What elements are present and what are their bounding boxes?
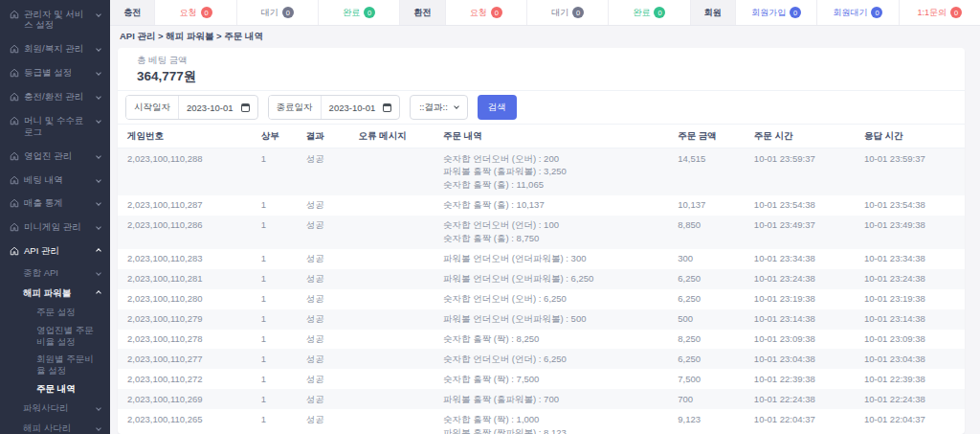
order-row: 2,023,100,110,280 1 성공 숫자합 언더오버 (오버) : 6… — [118, 289, 965, 309]
order-detail-line: 숫자합 홀짝 (홀) : 8,750 — [443, 232, 658, 245]
column-header: 결과 — [297, 125, 349, 148]
tab-요청[interactable]: 요청 0 — [446, 0, 527, 25]
sidebar-item-베팅-내역[interactable]: 베팅 내역 — [0, 168, 110, 192]
count-badge: 0 — [491, 7, 502, 18]
result-select[interactable]: ::결과:: — [410, 95, 468, 120]
count-badge: 0 — [282, 7, 294, 18]
sidebar-item-주문-설정[interactable]: 주문 설정 — [0, 303, 110, 321]
tab-완료[interactable]: 완료 0 — [319, 0, 400, 25]
cell-order-time: 10-01 22:04:37 — [745, 409, 855, 434]
calendar-icon[interactable] — [241, 103, 250, 112]
cell-response-time: 10-01 22:24:38 — [855, 389, 965, 409]
cell-order-detail: 파워볼 언더오버 (오버파워볼) : 500 — [434, 309, 668, 330]
tab-1:1문의[interactable]: 1:1문의 0 — [900, 0, 980, 25]
order-detail-line: 숫자합 언더오버 (언더) : 6,250 — [443, 353, 658, 366]
order-detail-line: 숫자합 홀짝 (홀) : 11,065 — [443, 178, 658, 192]
sidebar-item-머니-및-수수료-로그[interactable]: 머니 및 수수료 로그 — [0, 108, 110, 144]
cell-game-no: 2,023,100,110,265 — [118, 409, 252, 434]
tab-회원대기[interactable]: 회원대기 0 — [817, 0, 899, 25]
main-area: 충전 요청 0 대기 0 완료 0 환전 요청 0 대기 0 완료 0 회원 회… — [110, 0, 980, 434]
calendar-icon[interactable] — [383, 103, 391, 112]
cell-response-time: 10-01 23:14:38 — [855, 309, 965, 330]
count-badge: 0 — [871, 7, 882, 18]
cell-error-message — [349, 249, 434, 269]
chevron-down-icon — [96, 425, 101, 431]
cell-result: 성공 — [297, 309, 349, 330]
search-button[interactable]: 검색 — [478, 95, 517, 120]
sidebar-menu-item-label: 종합 API — [23, 267, 58, 279]
cell-order-time: 10-01 23:04:38 — [745, 349, 855, 369]
cell-result: 성공 — [297, 269, 349, 289]
order-row: 2,023,100,110,278 1 성공 숫자합 홀짝 (짝) : 8,25… — [118, 330, 965, 350]
cell-result: 성공 — [297, 216, 349, 249]
cell-game-no: 2,023,100,110,287 — [118, 195, 252, 216]
count-badge: 0 — [654, 7, 665, 18]
cell-upper: 1 — [252, 249, 297, 269]
top-tab-label: 환전 — [414, 7, 432, 19]
cell-error-message — [349, 269, 434, 289]
tab-환전[interactable]: 환전 — [400, 0, 445, 25]
tab-대기[interactable]: 대기 0 — [527, 0, 609, 25]
cell-order-amount: 8,250 — [668, 330, 745, 350]
cell-order-time: 10-01 22:24:38 — [745, 389, 855, 409]
cell-upper: 1 — [252, 389, 297, 409]
cell-order-detail: 숫자합 홀짝 (홀) : 10,137 — [434, 195, 668, 216]
cell-upper: 1 — [252, 269, 297, 289]
sidebar-item-미니게임-관리[interactable]: 미니게임 관리 — [0, 216, 110, 240]
sidebar-item-주문-내역[interactable]: 주문 내역 — [0, 380, 110, 399]
sidebar-item-해피-파워볼[interactable]: 해피 파워볼 — [0, 283, 110, 303]
top-tab-label: 요청 — [180, 7, 197, 19]
sidebar-item-등급별-설정[interactable]: 등급별 설정 — [0, 61, 110, 85]
cell-error-message — [349, 309, 434, 330]
sidebar-menu: 관리자 및 서비스 설정 회원/복지 관리 등급별 설정 충전/환전 관리 머니… — [0, 2, 110, 434]
sidebar-item-해피-사다리[interactable]: 해피 사다리 — [0, 418, 110, 434]
home-icon — [10, 246, 19, 256]
sidebar-item-영업진-관리[interactable]: 영업진 관리 — [0, 144, 110, 168]
sidebar-item-관리자-및-서비스-설정[interactable]: 관리자 및 서비스 설정 — [0, 2, 110, 37]
chevron-up-icon — [96, 248, 101, 254]
sidebar-item-파워사다리[interactable]: 파워사다리 — [0, 399, 110, 419]
top-tab-label: 완료 — [633, 7, 650, 19]
sidebar-item-매출-통계[interactable]: 매출 통계 — [0, 192, 110, 216]
sidebar-item-종합-API[interactable]: 종합 API — [0, 263, 110, 284]
tab-충전[interactable]: 충전 — [110, 0, 155, 25]
sidebar-item-회원/복지-관리[interactable]: 회원/복지 관리 — [0, 37, 110, 61]
end-date-input[interactable]: 2023-10-01 — [322, 103, 384, 113]
sidebar-item-회원별-주문비율-설정[interactable]: 회원별 주문비율 설정 — [0, 351, 110, 380]
count-badge: 0 — [201, 7, 212, 18]
tab-회원[interactable]: 회원 — [691, 0, 736, 25]
sidebar-item-API-관리[interactable]: API 관리 — [0, 240, 110, 263]
sidebar-menu-item-label: 주문 설정 — [36, 307, 76, 318]
cell-response-time: 10-01 23:04:38 — [855, 349, 965, 369]
column-header: 응답 시간 — [855, 125, 965, 148]
cell-game-no: 2,023,100,110,279 — [118, 309, 252, 330]
sidebar-menu-item-label: API 관리 — [24, 245, 59, 257]
sidebar-menu-item-label: 해피 파워볼 — [23, 287, 71, 299]
tab-대기[interactable]: 대기 0 — [237, 0, 319, 25]
start-date-input[interactable]: 2023-10-01 — [179, 103, 241, 113]
tab-요청[interactable]: 요청 0 — [155, 0, 236, 25]
order-row: 2,023,100,110,287 1 성공 숫자합 홀짝 (홀) : 10,1… — [118, 195, 965, 216]
cell-order-time: 10-01 23:59:37 — [745, 148, 855, 195]
tab-완료[interactable]: 완료 0 — [609, 0, 690, 25]
sidebar-menu-item-label: 충전/환전 관리 — [24, 91, 83, 103]
sidebar-item-충전/환전-관리[interactable]: 충전/환전 관리 — [0, 85, 110, 109]
cell-error-message — [349, 409, 434, 434]
sidebar-item-영업진별-주문비율-설정[interactable]: 영업진별 주문비율 설정 — [0, 321, 110, 351]
tab-회원가입[interactable]: 회원가입 0 — [736, 0, 817, 25]
column-header: 상부 — [252, 125, 297, 148]
cell-game-no: 2,023,100,110,269 — [118, 389, 252, 409]
cell-error-message — [349, 349, 434, 369]
top-tab-label: 회원대기 — [833, 7, 867, 19]
cell-error-message — [349, 330, 434, 350]
cell-order-detail: 숫자합 언더오버 (언더) : 100숫자합 홀짝 (홀) : 8,750 — [434, 216, 668, 249]
order-row: 2,023,100,110,269 1 성공 파워볼 홀짝 (홀파워볼) : 7… — [118, 389, 965, 409]
cell-order-detail: 숫자합 언더오버 (오버) : 200파워볼 홀짝 (홀파워볼) : 3,250… — [434, 148, 668, 195]
order-row: 2,023,100,110,277 1 성공 숫자합 언더오버 (언더) : 6… — [118, 349, 965, 369]
cell-order-detail: 숫자합 홀짝 (짝) : 1,000파워볼 홀짝 (짝파워볼) : 8,123 — [434, 409, 668, 434]
orders-card: 총 베팅 금액 364,777원 시작일자 2023-10-01 종료일자 20… — [118, 48, 965, 434]
cell-error-message — [349, 216, 434, 249]
order-detail-line: 숫자합 언더오버 (오버) : 6,250 — [443, 292, 658, 306]
column-header: 오류 메시지 — [349, 125, 434, 148]
order-detail-line: 파워볼 홀짝 (짝파워볼) : 8,123 — [443, 426, 658, 434]
